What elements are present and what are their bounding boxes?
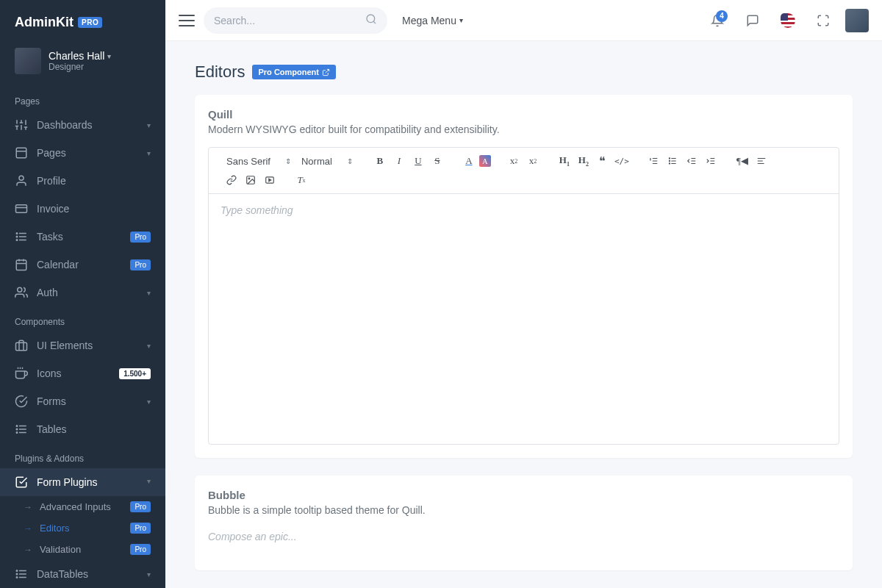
bold-button[interactable]: B [371, 152, 389, 170]
clear-format-button[interactable]: Tx [293, 171, 310, 189]
credit-card-icon [15, 202, 28, 215]
heading-select[interactable]: Normal [297, 153, 357, 170]
video-button[interactable] [261, 171, 279, 189]
outdent-button[interactable] [683, 152, 700, 170]
pro-component-badge[interactable]: Pro Component [252, 65, 336, 79]
sidebar-toggle[interactable] [179, 15, 195, 26]
search-icon[interactable] [365, 13, 377, 28]
bubble-editor-body[interactable]: Compose an epic... [208, 528, 839, 557]
direction-button[interactable]: ¶◀ [734, 152, 751, 170]
chevron-down-icon: ▾ [459, 16, 463, 24]
coffee-icon [15, 367, 28, 380]
layout-icon [15, 146, 28, 159]
image-button[interactable] [242, 171, 259, 189]
user-avatar [15, 48, 41, 74]
user-menu[interactable] [845, 9, 869, 32]
briefcase-icon [15, 339, 28, 352]
quill-placeholder: Type something [220, 204, 293, 216]
svg-line-43 [326, 69, 329, 73]
link-button[interactable] [223, 171, 240, 189]
check-square-icon [15, 476, 28, 489]
search-input[interactable] [214, 15, 365, 26]
user-icon [15, 174, 28, 187]
nav-header-pages: Pages [0, 86, 165, 111]
underline-button[interactable]: U [409, 152, 427, 170]
sidebar-user[interactable]: Charles Hall ▾ Designer [0, 40, 165, 86]
chevron-down-icon: ▾ [147, 342, 151, 350]
svg-point-33 [16, 429, 18, 430]
ordered-list-button[interactable] [645, 152, 662, 170]
fullscreen-button[interactable] [810, 7, 836, 34]
page-head: Editors Pro Component [195, 62, 853, 82]
svg-point-38 [16, 570, 18, 572]
bg-color-button[interactable]: A [479, 155, 491, 167]
nav-tables[interactable]: Tables [0, 415, 165, 443]
brand-badge: PRO [78, 17, 102, 28]
h2-button[interactable]: H2 [575, 152, 592, 170]
nav-auth[interactable]: Auth ▾ [0, 279, 165, 306]
h1-button[interactable]: H1 [556, 152, 573, 170]
nav-header-components: Components [0, 306, 165, 331]
bullet-list-button[interactable] [664, 152, 681, 170]
nav-dashboards[interactable]: Dashboards ▾ [0, 111, 165, 139]
align-button[interactable] [753, 152, 770, 170]
nav-datatables[interactable]: DataTables ▾ [0, 560, 165, 588]
arrow-right-icon: → [24, 502, 32, 512]
list-icon [15, 423, 28, 436]
message-icon [746, 14, 759, 27]
messages-button[interactable] [739, 7, 766, 34]
bubble-title: Bubble [208, 489, 839, 501]
mega-menu[interactable]: Mega Menu ▾ [402, 15, 463, 26]
blockquote-button[interactable]: ❝ [594, 152, 612, 170]
nav-ui-elements[interactable]: UI Elements ▾ [0, 331, 165, 359]
quill-card: Quill Modern WYSIWYG editor built for co… [195, 95, 853, 458]
svg-line-42 [373, 21, 376, 24]
svg-point-32 [16, 426, 18, 427]
svg-point-19 [16, 240, 18, 241]
svg-point-40 [16, 577, 18, 578]
strike-button[interactable]: S [429, 152, 446, 170]
font-select[interactable]: Sans Serif [222, 153, 295, 170]
sliders-icon [15, 118, 28, 132]
svg-point-39 [16, 573, 18, 575]
italic-button[interactable]: I [390, 152, 408, 170]
superscript-button[interactable]: x2 [524, 152, 542, 170]
sub-advanced-inputs[interactable]: → Advanced Inputs Pro [0, 496, 165, 517]
calendar-icon [15, 258, 28, 271]
nav-pages[interactable]: Pages ▾ [0, 139, 165, 167]
notifications-button[interactable]: 4 [704, 7, 731, 34]
subscript-button[interactable]: x2 [505, 152, 523, 170]
svg-point-24 [18, 287, 22, 292]
pro-badge: Pro [130, 232, 151, 243]
language-button[interactable] [775, 7, 801, 34]
nav-header-plugins: Plugins & Addons [0, 443, 165, 468]
brand[interactable]: AdminKit PRO [0, 0, 165, 40]
nav-profile[interactable]: Profile [0, 167, 165, 195]
topbar: Mega Menu ▾ 4 [165, 0, 882, 40]
nav-icons[interactable]: Icons 1.500+ [0, 359, 165, 387]
indent-button[interactable] [702, 152, 720, 170]
quill-editor-body[interactable]: Type something [209, 194, 839, 444]
svg-rect-9 [16, 148, 26, 158]
quill-title: Quill [208, 108, 839, 121]
bubble-placeholder: Compose an epic... [208, 531, 297, 542]
user-name: Charles Hall ▾ [49, 50, 111, 62]
nav-invoice[interactable]: Invoice [0, 195, 165, 223]
chevron-down-icon: ▾ [147, 398, 151, 406]
code-block-button[interactable]: </> [613, 152, 631, 170]
nav-tasks[interactable]: Tasks Pro [0, 223, 165, 251]
nav-form-plugins[interactable]: Form Plugins ▴ [0, 468, 165, 496]
arrow-right-icon: → [24, 545, 32, 555]
sub-validation[interactable]: → Validation Pro [0, 539, 165, 560]
maximize-icon [817, 14, 830, 27]
nav-calendar[interactable]: Calendar Pro [0, 251, 165, 279]
pro-badge: Pro [130, 523, 151, 534]
nav-forms[interactable]: Forms ▾ [0, 387, 165, 415]
text-color-button[interactable]: A [460, 152, 478, 170]
bubble-subtitle: Bubble is a simple tooltip based theme f… [208, 504, 839, 516]
chevron-down-icon: ▾ [147, 570, 151, 578]
sub-editors[interactable]: → Editors Pro [0, 517, 165, 539]
chevron-up-icon: ▴ [147, 478, 151, 487]
svg-rect-20 [16, 260, 26, 270]
users-icon [15, 286, 28, 299]
